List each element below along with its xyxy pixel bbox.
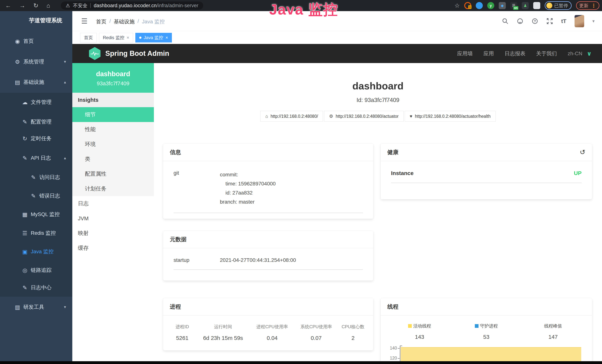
card-title: 信息 bbox=[170, 149, 181, 156]
hamburger-icon[interactable]: ☰ bbox=[81, 17, 87, 25]
active-tab-dot bbox=[139, 37, 141, 39]
sba-item-environment[interactable]: 环境 bbox=[72, 137, 154, 152]
history-icon[interactable]: ↺ bbox=[580, 148, 585, 156]
sidebar-item-label: 日志中心 bbox=[31, 284, 52, 291]
health-instance-label[interactable]: Instance bbox=[391, 170, 414, 176]
avatar-caret-icon[interactable]: ▾ bbox=[592, 19, 595, 24]
address-bar[interactable]: ⚠ 不安全 dashboard.yudao.iocoder.cn/infra/a… bbox=[61, 1, 203, 10]
sba-brand-title[interactable]: Spring Boot Admin bbox=[105, 50, 169, 57]
sba-item-details[interactable]: 细节 bbox=[72, 107, 154, 122]
chrome-update-button[interactable]: 更新 ⋮ bbox=[576, 1, 599, 10]
card-title: 线程 bbox=[387, 303, 398, 310]
sidebar-item-java-monitor[interactable]: ▣ Java 监控 bbox=[0, 246, 72, 257]
process-col-uptime: 运行时间 bbox=[196, 324, 250, 330]
sidebar-item-error-log[interactable]: ✎ 错误日志 bbox=[0, 190, 72, 201]
extension-icon-list[interactable]: ☰on bbox=[510, 2, 517, 9]
sba-sidebar: dashboard 93a3fc7f7409 Insights 细节 性能 环境… bbox=[72, 63, 154, 361]
process-col-proc-cpu: 进程CPU使用率 bbox=[250, 324, 294, 330]
legend-label: 活动线程 bbox=[413, 323, 431, 329]
locale-chevron-icon[interactable]: ∨ bbox=[587, 50, 592, 57]
fullscreen-icon[interactable] bbox=[546, 18, 553, 24]
sba-logo-icon[interactable] bbox=[89, 47, 100, 60]
sidebar-item-log-center[interactable]: ✎ 日志中心 bbox=[0, 282, 72, 293]
home-icon[interactable]: ⌂ bbox=[46, 0, 50, 11]
breadcrumb-home[interactable]: 首页 bbox=[96, 18, 107, 25]
sidebar-item-scheduled-jobs[interactable]: ↻ 定时任务 bbox=[0, 133, 72, 144]
profile-paused-chip[interactable]: 已暂停 bbox=[545, 1, 572, 10]
back-icon[interactable]: ← bbox=[5, 0, 11, 11]
health-card-header: 健康 ↺ bbox=[381, 144, 592, 161]
chevron-up-icon: ▴ bbox=[64, 80, 66, 85]
wrench-icon: ⚙ bbox=[329, 114, 333, 119]
git-commit-line: commit: bbox=[220, 170, 276, 179]
sidebar-item-tracing[interactable]: ◎ 链路追踪 bbox=[0, 265, 72, 276]
extension-icon-leaf[interactable]: ♟ bbox=[522, 2, 529, 9]
forward-icon[interactable]: → bbox=[19, 0, 25, 11]
app-title: 芋道管理系统 bbox=[29, 17, 62, 24]
sba-item-caches[interactable]: 缓存 bbox=[72, 241, 154, 256]
sba-link-applications[interactable]: 应用 bbox=[484, 50, 494, 57]
tab-label: 首页 bbox=[84, 35, 93, 41]
sidebar-item-system-manage[interactable]: ⚙ 系统管理 ▾ bbox=[0, 56, 72, 67]
sba-item-config-props[interactable]: 配置属性 bbox=[72, 167, 154, 181]
app-sidebar: 芋道管理系统 ◉ 首页 ⚙ 系统管理 ▾ ▤ 基础设施 ▴ ☁ 文件管理 ✎ 配… bbox=[0, 11, 72, 361]
sba-main-content: dashboard Id: 93a3fc7f7409 ⌂ http://192.… bbox=[154, 63, 602, 361]
sidebar-item-access-log[interactable]: ✎ 访问日志 bbox=[0, 172, 72, 183]
search-icon[interactable] bbox=[502, 18, 509, 24]
info-key: git bbox=[173, 170, 220, 206]
breadcrumb-infrastructure[interactable]: 基础设施 bbox=[114, 18, 135, 25]
sidebar-item-home[interactable]: ◉ 首页 bbox=[0, 36, 72, 47]
extension-icon-puzzle[interactable] bbox=[533, 2, 540, 9]
sba-link-wallboard[interactable]: 应用墙 bbox=[457, 50, 473, 57]
sidebar-item-api-log[interactable]: ✎ API 日志 ▴ bbox=[0, 152, 72, 163]
sidebar-item-infrastructure[interactable]: ▤ 基础设施 ▴ bbox=[0, 76, 72, 88]
process-uptime-value: 6d 23h 15m 59s bbox=[196, 335, 250, 341]
sba-item-mappings[interactable]: 映射 bbox=[72, 226, 154, 241]
process-col-pid: 进程ID bbox=[168, 324, 196, 330]
sba-item-metrics[interactable]: 性能 bbox=[72, 122, 154, 137]
sba-link-journal[interactable]: 日志报表 bbox=[505, 50, 526, 57]
browser-menu-icon[interactable]: ⋮ bbox=[591, 3, 596, 9]
tab-home[interactable]: 首页 bbox=[80, 33, 97, 43]
close-icon[interactable]: × bbox=[127, 35, 129, 40]
sidebar-item-dev-tools[interactable]: ▥ 研发工具 ▾ bbox=[0, 301, 72, 313]
sidebar-item-file-manage[interactable]: ☁ 文件管理 bbox=[0, 96, 72, 108]
extension-icon-y[interactable]: y bbox=[487, 2, 494, 9]
health-card-body: Instance UP bbox=[381, 161, 592, 183]
sidebar-item-redis-monitor[interactable]: ☰ Redis 监控 bbox=[0, 227, 72, 239]
font-size-icon[interactable]: tT bbox=[561, 18, 566, 24]
tab-java-monitor[interactable]: Java 监控 × bbox=[135, 33, 172, 43]
help-icon[interactable]: ? bbox=[532, 18, 538, 24]
app-logo-image bbox=[13, 15, 24, 26]
sidebar-item-label: 基础设施 bbox=[23, 79, 44, 86]
actuator-url-button[interactable]: ⚙ http://192.168.0.2:48080/actuator bbox=[324, 111, 403, 122]
metadata-card-body: startup 2021-04-27T00:44:31.254+08:00 bbox=[163, 248, 373, 270]
monitor-icon: ▤ bbox=[13, 79, 22, 86]
service-url-button[interactable]: ⌂ http://192.168.0.2:48080/ bbox=[260, 111, 323, 122]
github-icon[interactable] bbox=[517, 18, 523, 24]
sba-item-classes[interactable]: 类 bbox=[72, 152, 154, 167]
bookmark-star-icon[interactable]: ☆ bbox=[454, 2, 460, 9]
extension-icon-orange[interactable]: 1 bbox=[464, 2, 471, 9]
extension-icon-grid[interactable]: ◆ bbox=[499, 2, 506, 9]
sba-app-header[interactable]: dashboard 93a3fc7f7409 bbox=[72, 63, 154, 93]
extension-icon-drop[interactable] bbox=[476, 2, 483, 9]
locale-select[interactable]: zh-CN bbox=[568, 51, 582, 57]
close-icon[interactable]: × bbox=[165, 35, 168, 40]
sba-item-jvm[interactable]: JVM bbox=[72, 211, 154, 226]
screen-bottom-bar bbox=[0, 361, 602, 364]
sba-item-scheduled-tasks[interactable]: 计划任务 bbox=[72, 181, 154, 196]
url-text[interactable]: dashboard.yudao.iocoder.cn/infra/admin-s… bbox=[94, 3, 198, 9]
user-avatar[interactable] bbox=[575, 15, 584, 27]
app-logo-row[interactable]: 芋道管理系统 bbox=[0, 14, 72, 27]
sba-link-about[interactable]: 关于我们 bbox=[536, 50, 557, 57]
health-url-button[interactable]: ♥ http://192.168.0.2:48080/actuator/heal… bbox=[405, 111, 495, 122]
sba-nav-links: 应用墙 应用 日志报表 关于我们 zh-CN ∨ bbox=[457, 50, 592, 57]
git-branch-line: branch: master bbox=[220, 197, 276, 206]
sba-item-logs[interactable]: 日志 bbox=[72, 196, 154, 211]
profile-avatar-emoji bbox=[546, 3, 552, 9]
sidebar-item-config-manage[interactable]: ✎ 配置管理 bbox=[0, 116, 72, 127]
reload-icon[interactable]: ↻ bbox=[33, 0, 38, 11]
sidebar-item-mysql-monitor[interactable]: ▦ MySQL 监控 bbox=[0, 209, 72, 220]
tab-redis-monitor[interactable]: Redis 监控 × bbox=[99, 33, 133, 43]
